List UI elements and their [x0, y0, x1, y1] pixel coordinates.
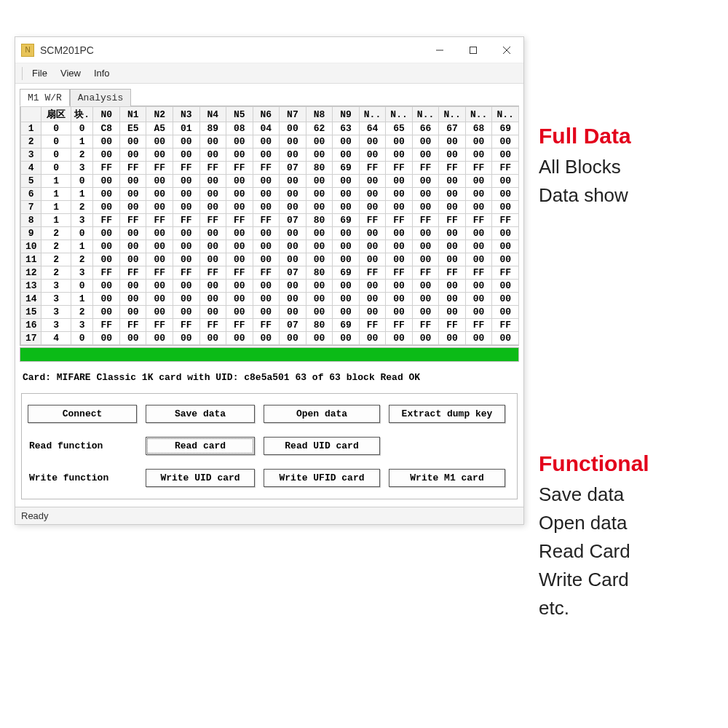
annotation-line: Open data	[539, 509, 649, 537]
close-button[interactable]	[490, 37, 523, 63]
annotation-functional: Functional Save data Open data Read Card…	[539, 451, 649, 622]
extract-dump-key-button[interactable]: Extract dump key	[389, 405, 505, 423]
window-controls	[423, 37, 523, 63]
table-row[interactable]: 20100000000000000000000000000000000	[21, 135, 519, 149]
column-header[interactable]: N..	[412, 107, 439, 122]
table-row[interactable]: 1223FFFFFFFFFFFFFF078069FFFFFFFFFFFF	[21, 266, 519, 280]
table-row[interactable]: 403FFFFFFFFFFFFFF078069FFFFFFFFFFFF	[21, 162, 519, 175]
column-header[interactable]: N..	[439, 107, 466, 122]
status-bar: Ready	[15, 507, 523, 524]
column-header[interactable]: N2	[146, 107, 173, 122]
annotation-title: Functional	[539, 451, 649, 476]
annotation-line: etc.	[539, 594, 649, 622]
maximize-button[interactable]	[456, 37, 490, 63]
annotation-full-data: Full Data All Blocks Data show	[539, 124, 631, 210]
read-uid-card-button[interactable]: Read UID card	[264, 437, 380, 455]
table-row[interactable]: 30200000000000000000000000000000000	[21, 149, 519, 162]
menu-info[interactable]: Info	[88, 66, 116, 80]
column-header[interactable]: N5	[226, 107, 253, 122]
column-header[interactable]: N6	[253, 107, 280, 122]
read-function-label: Read function	[28, 440, 137, 451]
table-row[interactable]: 92000000000000000000000000000000000	[21, 227, 519, 240]
column-header[interactable]: N7	[280, 107, 306, 122]
menu-view[interactable]: View	[55, 66, 87, 80]
column-header[interactable]: N4	[199, 107, 226, 122]
annotation-line: All Blocks	[539, 153, 631, 181]
button-panel: Connect Save data Open data Extract dump…	[21, 393, 518, 499]
client-area: M1 W/R Analysis 扇区块.N0N1N2N3N4N5N6N7N8N9…	[15, 84, 523, 507]
table-row[interactable]: 100C8E5A501890804006263646566676869	[21, 122, 519, 135]
annotation-line: Read Card	[539, 537, 649, 566]
write-m1-card-button[interactable]: Write M1 card	[389, 469, 505, 487]
table-row[interactable]: 133000000000000000000000000000000000	[21, 280, 519, 293]
column-header[interactable]: N3	[173, 107, 200, 122]
table-row[interactable]: 174000000000000000000000000000000000	[21, 332, 519, 345]
table-row[interactable]: 71200000000000000000000000000000000	[21, 201, 519, 214]
annotation-title: Full Data	[539, 124, 631, 149]
table-row[interactable]: 813FFFFFFFFFFFFFF078069FFFFFFFFFFFF	[21, 214, 519, 227]
table-row[interactable]: 102100000000000000000000000000000000	[21, 240, 519, 253]
tab-row: M1 W/R Analysis	[20, 88, 519, 106]
menu-bar: File View Info	[15, 63, 523, 84]
column-header[interactable]: 扇区	[41, 107, 71, 122]
tab-analysis[interactable]: Analysis	[70, 89, 131, 106]
table-row[interactable]: 61100000000000000000000000000000000	[21, 188, 519, 201]
table-row[interactable]: 112200000000000000000000000000000000	[21, 253, 519, 266]
card-status-text: Card: MIFARE Classic 1K card with UID: c…	[20, 362, 519, 390]
menu-file[interactable]: File	[26, 66, 53, 80]
app-icon: N	[21, 44, 34, 57]
write-ufid-card-button[interactable]: Write UFID card	[264, 469, 380, 487]
connect-button[interactable]: Connect	[28, 405, 137, 423]
read-card-button[interactable]: Read card	[146, 437, 255, 455]
column-header[interactable]: N9	[333, 107, 360, 122]
column-header[interactable]: N..	[465, 107, 492, 122]
svg-rect-1	[470, 47, 477, 53]
data-grid[interactable]: 扇区块.N0N1N2N3N4N5N6N7N8N9N..N..N..N..N..N…	[20, 106, 519, 346]
minimize-button[interactable]	[423, 37, 456, 63]
column-header[interactable]	[21, 107, 41, 122]
annotation-line: Write Card	[539, 566, 649, 594]
column-header[interactable]: N..	[359, 107, 386, 122]
annotation-line: Save data	[539, 480, 649, 509]
column-header[interactable]: N0	[93, 107, 120, 122]
write-function-label: Write function	[28, 472, 137, 483]
open-data-button[interactable]: Open data	[264, 405, 380, 423]
tab-m1-wr[interactable]: M1 W/R	[20, 89, 70, 106]
table-row[interactable]: 51000000000000000000000000000000000	[21, 175, 519, 188]
annotation-line: Data show	[539, 181, 631, 210]
window-title: SCM201PC	[40, 44, 423, 56]
write-uid-card-button[interactable]: Write UID card	[146, 469, 255, 487]
column-header[interactable]: N..	[386, 107, 413, 122]
save-data-button[interactable]: Save data	[146, 405, 255, 423]
column-header[interactable]: N..	[492, 107, 519, 122]
table-row[interactable]: 153200000000000000000000000000000000	[21, 306, 519, 319]
table-row[interactable]: 1633FFFFFFFFFFFFFF078069FFFFFFFFFFFF	[21, 319, 519, 332]
title-bar: N SCM201PC	[15, 37, 523, 63]
column-header[interactable]: 块.	[71, 107, 92, 122]
column-header[interactable]: N1	[119, 107, 146, 122]
progress-bar	[20, 347, 519, 362]
app-window: N SCM201PC File View Info M1 W/R Analysi…	[15, 36, 524, 525]
menu-grip-icon	[22, 67, 23, 80]
table-row[interactable]: 143100000000000000000000000000000000	[21, 293, 519, 306]
column-header[interactable]: N8	[306, 107, 333, 122]
